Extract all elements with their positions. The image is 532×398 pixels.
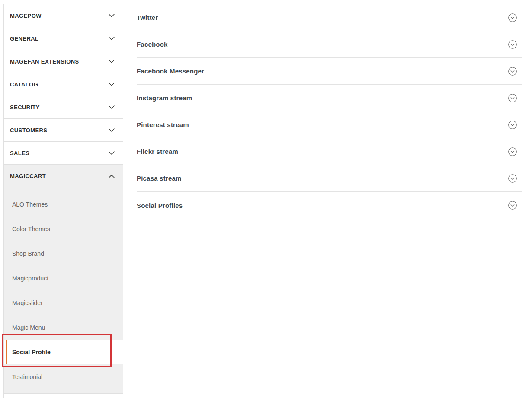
- chevron-down-circle-icon[interactable]: [508, 174, 517, 183]
- config-section-label: Picasa stream: [137, 175, 182, 182]
- chevron-down-circle-icon[interactable]: [508, 93, 517, 103]
- sidebar-subitem-label: ALO Themes: [12, 201, 48, 208]
- config-section-row-picasa-stream[interactable]: Picasa stream: [137, 165, 522, 192]
- sidebar-section-magefan-extensions[interactable]: MAGEFAN EXTENSIONS: [4, 50, 123, 73]
- sidebar-subitem-label: Color Themes: [12, 226, 50, 232]
- config-section-row-flickr-stream[interactable]: Flickr stream: [137, 138, 522, 165]
- sidebar-section-label: MAGEPOW: [10, 13, 42, 19]
- chevron-down-circle-icon[interactable]: [508, 13, 517, 22]
- sidebar-subitem-shop-brand[interactable]: Shop Brand: [4, 241, 123, 266]
- chevron-down-icon: [109, 37, 115, 40]
- sidebar-subitem-magicproduct[interactable]: Magicproduct: [4, 266, 123, 290]
- sidebar-subitem-label: Magicproduct: [12, 275, 48, 282]
- sidebar-subitem-social-profile[interactable]: Social Profile: [4, 340, 123, 364]
- sidebar-subitem-label: Social Profile: [12, 349, 51, 356]
- chevron-down-circle-icon[interactable]: [508, 120, 517, 130]
- sidebar-section-security[interactable]: SECURITY: [4, 96, 123, 119]
- sidebar-section-label: SALES: [10, 150, 29, 156]
- chevron-down-icon: [109, 128, 115, 132]
- sidebar-section-label: MAGEFAN EXTENSIONS: [10, 58, 79, 65]
- sidebar-subitem-testimonial[interactable]: Testimonial: [4, 364, 123, 389]
- chevron-down-circle-icon[interactable]: [508, 40, 517, 49]
- chevron-down-icon: [109, 60, 115, 63]
- chevron-down-icon: [109, 151, 115, 155]
- sidebar-subitem-magic-menu[interactable]: Magic Menu: [4, 315, 123, 340]
- config-section-label: Social Profiles: [137, 202, 183, 209]
- config-section-row-facebook[interactable]: Facebook: [137, 31, 522, 58]
- config-section-row-twitter[interactable]: Twitter: [137, 4, 522, 31]
- chevron-down-icon: [109, 105, 115, 109]
- config-section-label: Facebook Messenger: [137, 67, 204, 75]
- config-section-label: Facebook: [137, 41, 168, 48]
- sidebar-section-label: MAGICCART: [10, 173, 46, 179]
- sidebar-section-magiccart[interactable]: MAGICCART: [4, 165, 123, 188]
- sidebar-subitem-label: Magicslider: [12, 299, 43, 306]
- chevron-down-circle-icon[interactable]: [508, 147, 517, 156]
- config-section-row-instagram-stream[interactable]: Instagram stream: [137, 85, 522, 111]
- config-nav-sidebar: MAGEPOW GENERAL MAGEFAN EXTENSIONS CATAL…: [3, 4, 123, 398]
- sidebar-subitem-alo-themes[interactable]: ALO Themes: [4, 192, 123, 217]
- config-section-row-facebook-messenger[interactable]: Facebook Messenger: [137, 58, 522, 85]
- sidebar-section-magepow[interactable]: MAGEPOW: [4, 4, 123, 27]
- chevron-down-icon: [109, 83, 115, 86]
- sidebar-section-label: GENERAL: [10, 35, 38, 42]
- config-section-label: Flickr stream: [137, 148, 178, 155]
- config-main-panel: Twitter Facebook Facebook Messenger Inst…: [137, 4, 522, 219]
- sidebar-section-general[interactable]: GENERAL: [4, 27, 123, 50]
- sidebar-subitem-label: Shop Brand: [12, 250, 44, 257]
- chevron-up-icon: [109, 175, 115, 178]
- sidebar-subitem-magicslider[interactable]: Magicslider: [4, 290, 123, 315]
- sidebar-subitem-label: Testimonial: [12, 373, 42, 380]
- sidebar-section-label: CATALOG: [10, 81, 38, 88]
- sidebar-section-sales[interactable]: SALES: [4, 142, 123, 165]
- chevron-down-circle-icon[interactable]: [508, 201, 517, 210]
- sidebar-section-list: MAGEPOW GENERAL MAGEFAN EXTENSIONS CATAL…: [4, 4, 123, 394]
- config-section-label: Pinterest stream: [137, 121, 189, 128]
- chevron-down-icon: [109, 14, 115, 17]
- sidebar-subitem-label: Magic Menu: [12, 324, 45, 331]
- sidebar-section-catalog[interactable]: CATALOG: [4, 73, 123, 96]
- sidebar-section-label: SECURITY: [10, 104, 40, 111]
- config-section-list: Twitter Facebook Facebook Messenger Inst…: [137, 4, 522, 219]
- sidebar-section-label: CUSTOMERS: [10, 127, 47, 134]
- sidebar-subnav-magiccart: ALO Themes Color Themes Shop Brand Magic…: [4, 188, 123, 394]
- sidebar-section-customers[interactable]: CUSTOMERS: [4, 119, 123, 142]
- config-section-row-pinterest-stream[interactable]: Pinterest stream: [137, 111, 522, 138]
- sidebar-subitem-color-themes[interactable]: Color Themes: [4, 217, 123, 241]
- config-section-label: Twitter: [137, 14, 158, 21]
- config-section-label: Instagram stream: [137, 94, 192, 102]
- sidebar-next-section-partial: [4, 394, 123, 398]
- chevron-down-circle-icon[interactable]: [508, 67, 517, 76]
- config-section-row-social-profiles[interactable]: Social Profiles: [137, 192, 522, 219]
